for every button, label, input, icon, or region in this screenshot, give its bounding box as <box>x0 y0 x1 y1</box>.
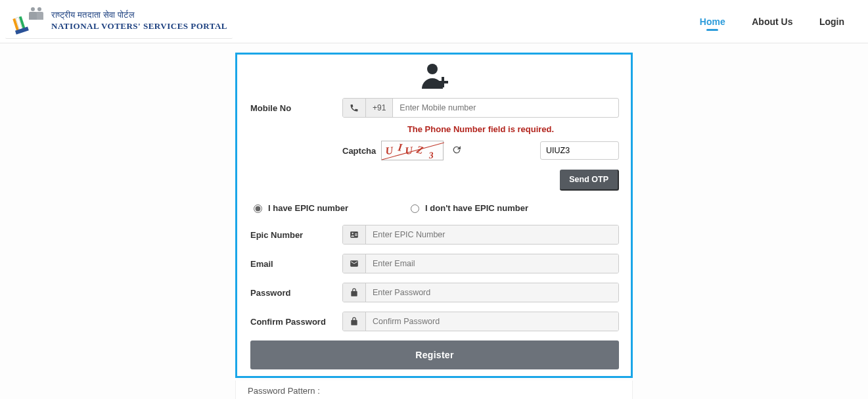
confirm-row: Confirm Password <box>250 312 619 331</box>
email-input[interactable] <box>366 254 618 273</box>
password-input[interactable] <box>366 283 618 302</box>
mobile-input[interactable] <box>393 99 618 117</box>
svg-point-0 <box>31 7 35 11</box>
password-row: Password <box>250 283 619 302</box>
svg-text:U
                I
          : U I U Z 3 <box>385 141 434 160</box>
captcha-image: U I U Z 3 <box>381 141 444 160</box>
mobile-label: Mobile No <box>250 103 336 113</box>
radio-dont-have-epic[interactable]: I don't have EPIC number <box>407 202 528 213</box>
register-card: Mobile No +91 The Phone Number field is … <box>235 53 633 378</box>
captcha-input[interactable] <box>540 141 619 160</box>
register-button[interactable]: Register <box>250 340 619 369</box>
page-body: Mobile No +91 The Phone Number field is … <box>0 43 868 399</box>
captcha-row: Captcha U I U Z 3 <box>250 141 619 160</box>
email-row: Email <box>250 254 619 273</box>
password-rules: Password Pattern : Password must be at l… <box>235 381 633 399</box>
nav-about[interactable]: About Us <box>740 10 804 34</box>
nav-home[interactable]: Home <box>688 10 737 34</box>
site-logo-icon <box>11 7 46 35</box>
svg-point-6 <box>427 64 438 74</box>
radio-have-epic-input[interactable] <box>254 204 262 213</box>
confirm-input[interactable] <box>366 312 618 331</box>
radio-dont-have-epic-input[interactable] <box>411 204 419 213</box>
main-nav: Home About Us Login <box>688 10 856 34</box>
otp-row: Send OTP <box>250 170 619 191</box>
password-label: Password <box>250 288 336 298</box>
mobile-prefix: +91 <box>366 99 393 117</box>
brand-text: राष्ट्रीय मतदाता सेवा पोर्टल NATIONAL VO… <box>51 11 227 32</box>
register-user-icon <box>418 62 452 89</box>
envelope-icon <box>343 254 366 273</box>
brand-title-hi: राष्ट्रीय मतदाता सेवा पोर्टल <box>51 11 227 20</box>
radio-dont-have-epic-label: I don't have EPIC number <box>425 203 528 213</box>
mobile-error: The Phone Number field is required. <box>342 124 619 134</box>
password-rules-title: Password Pattern : <box>248 386 620 396</box>
epic-row: Epic Number <box>250 225 619 245</box>
captcha-label: Captcha <box>342 146 376 156</box>
id-card-icon <box>343 225 366 244</box>
lock-icon <box>343 283 366 302</box>
phone-icon <box>343 99 366 117</box>
radio-have-epic[interactable]: I have EPIC number <box>250 202 348 213</box>
svg-point-1 <box>37 7 41 11</box>
lock-icon <box>343 312 366 331</box>
epic-radio-group: I have EPIC number I don't have EPIC num… <box>250 202 619 213</box>
confirm-label: Confirm Password <box>250 317 336 327</box>
epic-input[interactable] <box>366 225 618 244</box>
nav-login[interactable]: Login <box>808 10 856 34</box>
email-label: Email <box>250 259 336 269</box>
top-header: राष्ट्रीय मतदाता सेवा पोर्टल NATIONAL VO… <box>0 0 868 43</box>
mobile-input-group: +91 <box>342 98 619 118</box>
captcha-reload-icon[interactable] <box>449 142 465 160</box>
radio-have-epic-label: I have EPIC number <box>268 203 348 213</box>
svg-rect-8 <box>438 81 448 83</box>
epic-label: Epic Number <box>250 230 336 240</box>
mobile-row: Mobile No +91 <box>250 98 619 118</box>
brand[interactable]: राष्ट्रीय मतदाता सेवा पोर्टल NATIONAL VO… <box>5 4 233 39</box>
brand-title-en: NATIONAL VOTERS' SERVICES PORTAL <box>51 22 227 32</box>
send-otp-button[interactable]: Send OTP <box>560 170 619 191</box>
